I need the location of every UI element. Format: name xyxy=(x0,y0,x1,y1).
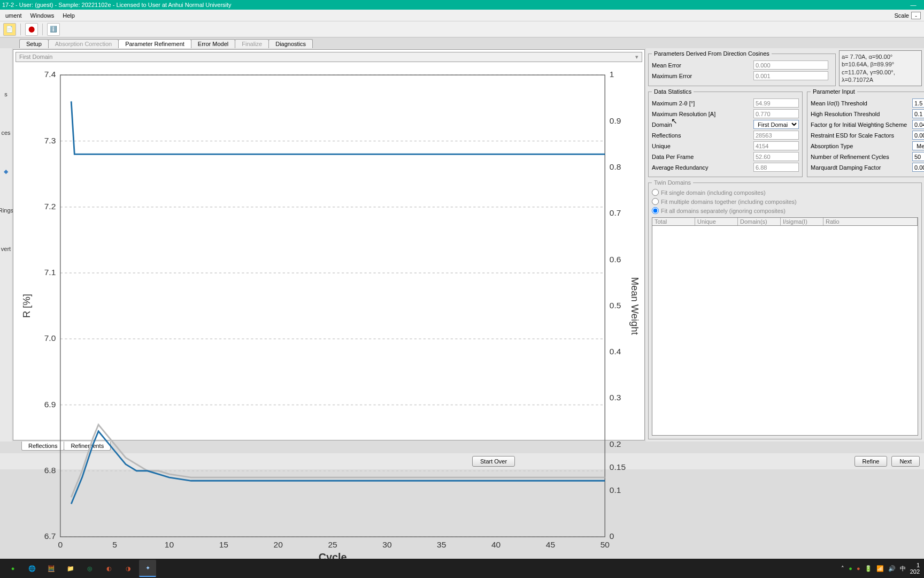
tray-wifi-icon[interactable]: 📶 xyxy=(876,565,884,572)
cell-parameters: a= 7.70A, α=90.00° b=10.64A, β=89.99° c=… xyxy=(839,50,922,86)
domain-dropdown[interactable]: First Domain ▾ xyxy=(16,52,642,62)
taskbar-chrome-icon[interactable]: 🌐 xyxy=(24,560,41,577)
taskbar-app2-icon[interactable]: ◐ xyxy=(101,560,118,577)
svg-text:45: 45 xyxy=(546,540,555,549)
taskbar-calc-icon[interactable]: 🧮 xyxy=(43,560,60,577)
tool-help-icon[interactable]: ℹ️ xyxy=(47,23,60,36)
refine-button[interactable]: Refine xyxy=(854,456,888,467)
svg-text:0.1: 0.1 xyxy=(610,485,621,495)
svg-text:5: 5 xyxy=(112,540,117,549)
svg-text:0.6: 0.6 xyxy=(610,255,621,264)
taskbar-explorer-icon[interactable]: 📁 xyxy=(62,560,79,577)
tab-absorption[interactable]: Absorption Correction xyxy=(48,39,119,48)
svg-text:0.5: 0.5 xyxy=(610,301,621,310)
radio-multiple-domains[interactable] xyxy=(652,198,659,205)
svg-text:0: 0 xyxy=(58,540,63,549)
toolbar: 📄 ⬤ ℹ️ xyxy=(0,21,924,37)
svg-text:6.7: 6.7 xyxy=(44,531,56,541)
avg-redundancy-field xyxy=(753,163,799,172)
taskbar-app1-icon[interactable]: ◎ xyxy=(81,560,98,577)
absorption-type-select[interactable]: Medium xyxy=(912,141,924,150)
tool-stop-icon[interactable]: ⬤ xyxy=(25,23,38,36)
tray-battery-icon[interactable]: 🔋 xyxy=(865,565,872,572)
max-error-field xyxy=(753,71,828,80)
tray-app-icon[interactable]: ● xyxy=(857,565,860,572)
factor-g-field[interactable] xyxy=(912,120,924,129)
svg-text:7.4: 7.4 xyxy=(44,70,56,79)
hires-threshold-field[interactable] xyxy=(912,109,924,118)
svg-text:0.3: 0.3 xyxy=(610,393,621,402)
restraint-esd-field[interactable] xyxy=(912,131,924,140)
next-button[interactable]: Next xyxy=(891,456,920,467)
left-sidebar: s ces ◆ Rings vert xyxy=(0,48,12,442)
svg-text:6.8: 6.8 xyxy=(44,466,56,475)
svg-text:50: 50 xyxy=(600,540,610,549)
svg-text:10: 10 xyxy=(165,540,174,549)
svg-text:0.9: 0.9 xyxy=(610,116,621,125)
svg-text:0.15: 0.15 xyxy=(610,462,626,471)
taskbar-wechat-icon[interactable]: ● xyxy=(4,560,21,577)
chevron-down-icon: ▾ xyxy=(635,54,638,60)
svg-text:0.2: 0.2 xyxy=(610,439,621,448)
tab-error-model[interactable]: Error Model xyxy=(191,39,235,48)
workflow-tabs: Setup Absorption Correction Parameter Re… xyxy=(0,37,924,48)
title-bar: 17-2 - User: (guest) - Sample: 20221102e… xyxy=(0,0,924,10)
radio-single-domain[interactable] xyxy=(652,189,659,196)
tray-ime[interactable]: 中 xyxy=(900,565,906,573)
chart-panel: First Domain ▾ 6.76.86.97.07.17.27.37.40… xyxy=(13,49,645,440)
tool-new-icon[interactable]: 📄 xyxy=(3,23,16,36)
unique-field xyxy=(753,141,799,150)
reflections-field xyxy=(753,131,799,140)
taskbar-current-app-icon[interactable]: ✦ xyxy=(139,560,156,577)
svg-text:0.8: 0.8 xyxy=(610,162,621,171)
refinement-cycles-field[interactable] xyxy=(912,152,924,161)
tab-setup[interactable]: Setup xyxy=(19,39,49,48)
system-tray[interactable]: ˄ ● ● 🔋 📶 🔊 中 1 202 xyxy=(841,562,920,575)
tray-chevron-icon[interactable]: ˄ xyxy=(841,565,844,572)
svg-text:6.9: 6.9 xyxy=(44,400,56,409)
radio-separate-domains[interactable] xyxy=(652,207,659,214)
svg-text:1: 1 xyxy=(610,70,614,79)
menu-windows[interactable]: Windows xyxy=(26,11,59,20)
taskbar[interactable]: ● 🌐 🧮 📁 ◎ ◐ ◑ ✦ ˄ ● ● 🔋 📶 🔊 中 1 202 xyxy=(0,559,924,578)
menu-help[interactable]: Help xyxy=(58,11,79,20)
domain-select[interactable]: First Domain xyxy=(753,120,799,129)
svg-text:30: 30 xyxy=(382,540,392,549)
twin-table-header: Total Unique Domain(s) I/sigma(I) Ratio xyxy=(652,217,918,226)
svg-text:7.3: 7.3 xyxy=(44,136,56,145)
tab-parameter-refinement[interactable]: Parameter Refinement xyxy=(118,39,191,48)
twin-table-body xyxy=(652,226,918,436)
tab-finalize[interactable]: Finalize xyxy=(235,39,269,48)
tab-diagnostics[interactable]: Diagnostics xyxy=(268,39,313,48)
svg-text:7.1: 7.1 xyxy=(44,268,56,277)
group-derived: Parameters Derived From Direction Cosine… xyxy=(648,50,836,86)
svg-text:0.7: 0.7 xyxy=(610,208,621,217)
refinement-chart: 6.76.86.97.07.17.27.37.400.10.150.20.30.… xyxy=(19,67,639,578)
svg-text:7.0: 7.0 xyxy=(44,333,56,343)
svg-text:40: 40 xyxy=(491,540,501,549)
group-parameter-input: Parameter Input Mean I/σ(I) Threshold Hi… xyxy=(807,88,924,177)
right-panel: Parameters Derived From Direction Cosine… xyxy=(646,48,924,442)
tray-volume-icon[interactable]: 🔊 xyxy=(888,565,896,572)
data-per-frame-field xyxy=(753,152,799,161)
app-title: 17-2 - User: (guest) - Sample: 20221102e… xyxy=(2,2,232,8)
svg-text:0: 0 xyxy=(610,531,614,541)
tray-wechat-icon[interactable]: ● xyxy=(849,565,852,572)
scale-control[interactable]: Scale xyxy=(891,11,924,20)
svg-text:7.2: 7.2 xyxy=(44,202,56,211)
scale-input[interactable] xyxy=(911,12,921,19)
menu-instrument[interactable]: ument xyxy=(1,11,26,20)
svg-text:R [%]: R [%] xyxy=(21,294,32,318)
max-2theta-field xyxy=(753,98,799,108)
svg-text:25: 25 xyxy=(328,540,337,549)
svg-text:20: 20 xyxy=(274,540,283,549)
isigma-threshold-field[interactable] xyxy=(912,98,924,108)
marquardt-damping-field[interactable] xyxy=(912,163,924,172)
minimize-button[interactable]: — xyxy=(903,2,924,8)
group-data-statistics: Data Statistics Maximum 2-θ [°] Maximum … xyxy=(648,88,803,177)
svg-text:35: 35 xyxy=(437,540,446,549)
svg-text:15: 15 xyxy=(219,540,228,549)
menu-bar: ument Windows Help Scale xyxy=(0,10,924,21)
taskbar-app3-icon[interactable]: ◑ xyxy=(120,560,137,577)
svg-text:0.4: 0.4 xyxy=(610,347,621,356)
